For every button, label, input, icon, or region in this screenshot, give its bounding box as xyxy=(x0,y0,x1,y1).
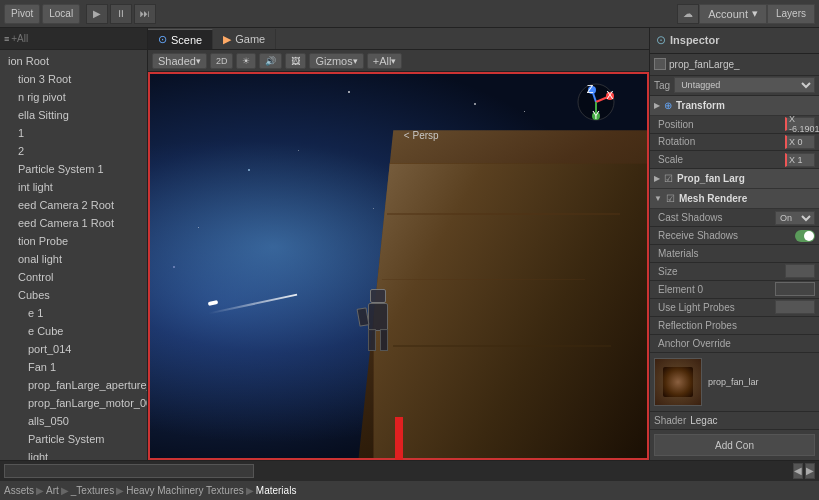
svg-text:X: X xyxy=(606,89,614,101)
position-x[interactable]: X -6.1901 xyxy=(785,117,815,131)
transform-section-header[interactable]: ▶ ⊕ Transform xyxy=(650,96,819,116)
hierarchy-item[interactable]: ion Root xyxy=(0,52,147,70)
use-light-probes-label: Use Light Probes xyxy=(658,302,771,313)
breadcrumb-sep: ▶ xyxy=(246,485,254,496)
element0-value[interactable] xyxy=(775,282,815,296)
inspector-icon: ⊙ xyxy=(656,33,666,47)
rotation-label: Rotation xyxy=(658,136,785,147)
tab-scene[interactable]: ⊙ Scene xyxy=(148,29,213,49)
position-row: Position X -6.1901 xyxy=(650,116,819,134)
inspector-panel: ⊙ Inspector prop_fanLarge_ Tag Untagged … xyxy=(649,28,819,460)
hierarchy-search-input[interactable] xyxy=(11,33,143,44)
hierarchy-item[interactable]: n rig pivot xyxy=(0,88,147,106)
hierarchy-item[interactable]: ella Sitting xyxy=(0,106,147,124)
tag-select[interactable]: Untagged xyxy=(674,77,815,93)
hierarchy-item[interactable]: port_014 xyxy=(0,340,147,358)
asset-thumbnail[interactable] xyxy=(654,358,702,406)
breadcrumb-textures[interactable]: _Textures xyxy=(71,485,114,496)
propfan-title: Prop_fan Larg xyxy=(677,173,745,184)
hierarchy-item[interactable]: Fan 1 xyxy=(0,358,147,376)
hierarchy-item[interactable]: Cubes xyxy=(0,286,147,304)
hierarchy-item[interactable]: 2 xyxy=(0,142,147,160)
mesh-section-header[interactable]: ▼ ☑ Mesh Rendere xyxy=(650,189,819,209)
hierarchy-item[interactable]: light xyxy=(0,448,147,460)
object-active-checkbox[interactable] xyxy=(654,58,666,70)
asset-back-button[interactable]: ◀ xyxy=(793,463,803,479)
asset-info: prop_fan_lar xyxy=(708,377,815,387)
materials-row: Materials xyxy=(650,245,819,263)
hierarchy-list: ion Root tion 3 Root n rig pivot ella Si… xyxy=(0,50,147,460)
bottom-search-row: ◀ ▶ xyxy=(0,461,819,481)
breadcrumb-heavy-machinery[interactable]: Heavy Machinery Textures xyxy=(126,485,244,496)
scene-view[interactable]: < Persp Z X xyxy=(148,72,649,460)
asset-forward-button[interactable]: ▶ xyxy=(805,463,815,479)
cast-shadows-dropdown[interactable]: On xyxy=(775,211,815,225)
materials-label: Materials xyxy=(658,248,815,259)
hierarchy-item[interactable]: e Cube xyxy=(0,322,147,340)
hierarchy-item[interactable]: Particle System 1 xyxy=(0,160,147,178)
rotation-values: X 0 xyxy=(785,135,815,149)
size-value[interactable] xyxy=(785,264,815,278)
account-button[interactable]: Account ▾ xyxy=(699,4,767,24)
propfan-section-header[interactable]: ▶ ☑ Prop_fan Larg xyxy=(650,169,819,189)
hierarchy-search-bar: ≡ xyxy=(0,28,147,50)
hierarchy-item[interactable]: Control xyxy=(0,268,147,286)
inspector-header: ⊙ Inspector xyxy=(650,28,819,54)
propfan-checkbox: ☑ xyxy=(664,173,673,184)
tag-label: Tag xyxy=(654,80,670,91)
hierarchy-item[interactable]: onal light xyxy=(0,250,147,268)
receive-shadows-toggle[interactable] xyxy=(795,230,815,242)
hierarchy-item[interactable]: int light xyxy=(0,178,147,196)
hierarchy-item[interactable]: Particle System xyxy=(0,430,147,448)
rotation-x[interactable]: X 0 xyxy=(785,135,815,149)
scale-x[interactable]: X 1 xyxy=(785,153,815,167)
position-label: Position xyxy=(658,119,785,130)
hierarchy-item[interactable]: alls_050 xyxy=(0,412,147,430)
transform-icon: ⊕ xyxy=(664,100,672,111)
pivot-local-group: Pivot Local xyxy=(4,4,80,24)
hierarchy-item[interactable]: tion 3 Root xyxy=(0,70,147,88)
cloud-button[interactable]: ☁ xyxy=(677,4,699,24)
sound-button[interactable]: 🔊 xyxy=(259,53,282,69)
breadcrumb-materials[interactable]: Materials xyxy=(256,485,297,496)
scale-values: X 1 xyxy=(785,153,815,167)
arrow-shaft xyxy=(395,417,403,460)
breadcrumb-assets[interactable]: Assets xyxy=(4,485,34,496)
hierarchy-item[interactable]: eed Camera 1 Root xyxy=(0,214,147,232)
pivot-button[interactable]: Pivot xyxy=(4,4,40,24)
hierarchy-item[interactable]: eed Camera 2 Root xyxy=(0,196,147,214)
layers-button[interactable]: Layers xyxy=(767,4,815,24)
shading-dropdown[interactable]: Shaded ▾ xyxy=(152,53,207,69)
cast-shadows-label: Cast Shadows xyxy=(658,212,771,223)
shader-label: Shader xyxy=(654,415,686,426)
hierarchy-item[interactable]: prop_fanLarge_motor_00 xyxy=(0,394,147,412)
star xyxy=(474,103,476,105)
step-button[interactable]: ⏭ xyxy=(134,4,156,24)
object-row: prop_fanLarge_ xyxy=(650,54,819,76)
scale-label: Scale xyxy=(658,154,785,165)
hierarchy-item[interactable]: 1 xyxy=(0,124,147,142)
scene-gizmo[interactable]: Z X Y xyxy=(574,80,619,125)
light-probes-value[interactable] xyxy=(775,300,815,314)
gizmos-dropdown[interactable]: Gizmos ▾ xyxy=(309,53,363,69)
shader-value: Legac xyxy=(690,415,717,426)
breadcrumb-art[interactable]: Art xyxy=(46,485,59,496)
asset-search-input[interactable] xyxy=(4,464,254,478)
hierarchy-item[interactable]: prop_fanLarge_aperture_ xyxy=(0,376,147,394)
add-component-button[interactable]: Add Con xyxy=(654,434,815,456)
hierarchy-item[interactable]: e 1 xyxy=(0,304,147,322)
sun-button[interactable]: ☀ xyxy=(236,53,256,69)
reflection-probes-label: Reflection Probes xyxy=(658,320,815,331)
2d-button[interactable]: 2D xyxy=(210,53,234,69)
element0-row: Element 0 xyxy=(650,281,819,299)
play-button[interactable]: ▶ xyxy=(86,4,108,24)
image-button[interactable]: 🖼 xyxy=(285,53,306,69)
local-button[interactable]: Local xyxy=(42,4,80,24)
object-name: prop_fanLarge_ xyxy=(669,59,815,70)
structure-detail xyxy=(373,163,649,460)
top-toolbar: Pivot Local ▶ ⏸ ⏭ ☁ Account ▾ Layers xyxy=(0,0,819,28)
hierarchy-item[interactable]: tion Probe xyxy=(0,232,147,250)
tab-game[interactable]: ▶ Game xyxy=(213,29,276,49)
all-dropdown[interactable]: +All ▾ xyxy=(367,53,403,69)
pause-button[interactable]: ⏸ xyxy=(110,4,132,24)
